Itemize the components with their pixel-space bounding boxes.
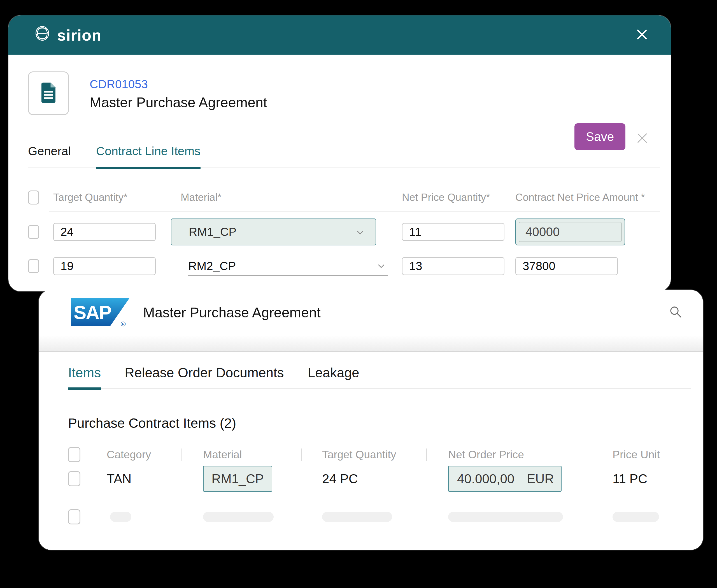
select-all-checkbox[interactable]: [28, 190, 39, 205]
sirion-window: sirion: [8, 15, 671, 291]
net-order-price-currency: EUR: [527, 471, 554, 486]
contract-net-price-amount-field-highlighted[interactable]: 40000: [515, 218, 625, 246]
sirion-window-header: sirion: [8, 15, 671, 55]
material-select[interactable]: RM2_CP: [171, 253, 389, 279]
document-icon: [39, 82, 58, 105]
table-header-divider: [49, 211, 660, 212]
price-unit-value: 11 PC: [613, 471, 692, 486]
sirion-brand: sirion: [33, 24, 101, 46]
tab-release-order-documents[interactable]: Release Order Documents: [125, 365, 284, 388]
tab-general[interactable]: General: [28, 144, 71, 168]
sap-page-title: Master Purchase Agreement: [143, 304, 668, 321]
target-quantity-value: 24 PC: [322, 471, 448, 486]
line-items-table-header: Target Quantity* Material* Net Price Qua…: [28, 184, 661, 211]
table-row-loading: [68, 502, 692, 531]
column-divider: [426, 448, 427, 461]
loading-placeholder-bar: [322, 512, 392, 522]
column-header-material: Material*: [181, 192, 402, 203]
tab-leakage[interactable]: Leakage: [308, 365, 359, 388]
loading-placeholder-bar: [448, 512, 563, 522]
column-divider: [182, 448, 182, 461]
target-quantity-input[interactable]: [53, 223, 156, 241]
column-header-net-price-quantity: Net Price Quantity*: [402, 192, 515, 203]
row-checkbox[interactable]: [28, 225, 39, 239]
sap-window: SAP ® Master Purchase Agreement Items Re…: [39, 290, 703, 550]
material-select-value: RM1_CP: [189, 225, 236, 239]
column-header-contract-net-price-amount: Contract Net Price Amount *: [515, 192, 661, 203]
category-value: TAN: [107, 471, 203, 486]
close-icon[interactable]: [635, 27, 649, 43]
material-select-value: RM2_CP: [188, 259, 236, 273]
purchase-items-table-header: Category Material Target Quantity Net Or…: [68, 445, 692, 465]
material-select[interactable]: RM1_CP: [171, 218, 376, 246]
loading-placeholder-bar: [613, 512, 659, 522]
sap-logo: SAP ®: [71, 298, 130, 328]
column-divider: [591, 448, 591, 461]
table-row: RM1_CP 40000: [28, 216, 661, 247]
sap-subheader-band: [39, 335, 703, 352]
row-checkbox[interactable]: [28, 259, 39, 273]
svg-text:SAP: SAP: [73, 302, 111, 323]
table-row: RM2_CP: [28, 251, 661, 281]
sap-window-header: SAP ® Master Purchase Agreement: [39, 290, 703, 335]
select-underline: [189, 240, 347, 240]
column-header-material: Material: [203, 448, 322, 461]
contract-net-price-amount-input[interactable]: [515, 257, 618, 275]
sirion-logo-icon: [33, 24, 51, 46]
table-row: TAN RM1_CP 24 PC 40.000,00 EUR 11 PC: [68, 464, 692, 493]
sap-tab-bar: Items Release Order Documents Leakage: [68, 365, 691, 389]
row-checkbox[interactable]: [68, 509, 80, 524]
column-header-price-unit: Price Unit: [613, 448, 692, 461]
tab-items[interactable]: Items: [68, 365, 101, 388]
net-price-quantity-input[interactable]: [402, 257, 504, 275]
column-header-category: Category: [107, 448, 203, 461]
net-price-quantity-input[interactable]: [402, 223, 504, 241]
loading-placeholder-bar: [110, 512, 131, 522]
column-divider: [301, 448, 302, 461]
column-header-target-quantity: Target Quantity*: [53, 192, 181, 203]
material-value-highlighted: RM1_CP: [203, 466, 272, 491]
row-checkbox[interactable]: [68, 471, 80, 486]
chevron-down-icon: [378, 264, 385, 270]
select-all-checkbox[interactable]: [68, 447, 80, 462]
document-title: Master Purchase Agreement: [90, 94, 267, 111]
section-title: Purchase Contract Items (2): [68, 416, 236, 431]
tab-contract-line-items[interactable]: Contract Line Items: [96, 144, 201, 168]
sirion-tab-bar: General Contract Line Items: [28, 144, 660, 168]
search-icon[interactable]: [668, 304, 683, 321]
select-underline: [188, 275, 388, 276]
net-order-price-amount: 40.000,00: [457, 471, 514, 486]
document-id-link[interactable]: CDR01053: [90, 78, 148, 91]
net-order-price-highlighted: 40.000,00 EUR: [448, 466, 562, 491]
contract-net-price-amount-value: 40000: [519, 222, 622, 242]
desktop-background: sirion: [0, 0, 717, 588]
loading-placeholder-bar: [203, 512, 274, 522]
sirion-brand-name: sirion: [57, 26, 101, 44]
column-header-target-quantity: Target Quantity: [322, 448, 448, 461]
target-quantity-input[interactable]: [53, 257, 156, 275]
document-type-card: [28, 71, 69, 115]
chevron-down-icon: [357, 230, 364, 236]
column-header-net-order-price: Net Order Price: [448, 448, 613, 461]
registered-trademark: ®: [121, 320, 126, 328]
